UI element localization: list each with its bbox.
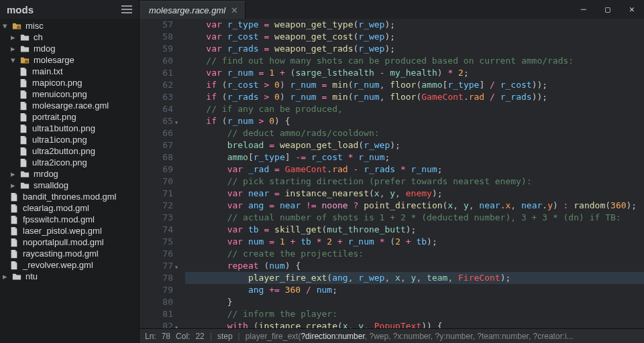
caret-icon: ▾ xyxy=(9,55,16,65)
tree-item-label: ultra2icon.png xyxy=(32,157,87,167)
status-col: 22 xyxy=(195,332,204,341)
status-bar: Ln: 78 Col: 22 | step | player_fire_ext(… xyxy=(140,328,644,343)
tree-item-ultra1button-png[interactable]: ultra1button.png xyxy=(0,123,139,134)
tree-item-raycasting-mod-gml[interactable]: raycasting.mod.gml xyxy=(0,248,139,259)
tree-item-label: portrait.png xyxy=(32,112,76,122)
caret-icon: ▸ xyxy=(9,32,16,42)
tree-item-label: clearlag.mod.gml xyxy=(23,203,89,213)
tab-bar: molesarge.race.gml ✕ ─ ▢ ✕ xyxy=(140,0,644,19)
tree-item-label: laser_pistol.wep.gml xyxy=(23,226,102,236)
status-hint: player_fire_ext(?direction:number, ?wep,… xyxy=(246,332,574,341)
tree-item--revolver-wep-gml[interactable]: _revolver.wep.gml xyxy=(0,259,139,271)
file-icon xyxy=(9,192,19,202)
tree-item-laser-pistol-wep-gml[interactable]: laser_pistol.wep.gml xyxy=(0,225,139,236)
file-icon xyxy=(9,238,19,247)
tree-item-label: ntu xyxy=(25,271,38,281)
tree-item-label: _revolver.wep.gml xyxy=(23,260,93,270)
file-icon xyxy=(19,67,28,76)
tree-item-label: ch xyxy=(34,32,43,42)
file-icon xyxy=(9,261,19,270)
status-col-label: Col: xyxy=(176,332,190,341)
tab-label: molesarge.race.gml xyxy=(149,5,225,15)
folder-icon xyxy=(12,21,21,31)
tree-item-label: ultra2button.png xyxy=(32,146,95,156)
tree-item-label: fpsswitch.mod.gml xyxy=(23,214,95,224)
file-icon xyxy=(9,204,19,213)
tree-item-label: mdog xyxy=(34,44,56,54)
caret-icon: ▸ xyxy=(9,180,16,190)
caret-icon: ▸ xyxy=(9,169,16,179)
tree-item-mdog[interactable]: ▸mdog xyxy=(0,43,139,54)
tree-item-ultra2icon-png[interactable]: ultra2icon.png xyxy=(0,157,139,168)
tree-item-molesarge[interactable]: ▾molesarge xyxy=(0,54,139,66)
folder-icon xyxy=(20,33,30,42)
folder-icon xyxy=(20,169,30,179)
tree-item-label: noportalpull.mod.gml xyxy=(23,237,104,247)
tree-item-bandit-thrones-mod-gml[interactable]: bandit_thrones.mod.gml xyxy=(0,191,139,202)
file-icon xyxy=(19,135,28,145)
tab-molesarge-race[interactable]: molesarge.race.gml ✕ xyxy=(140,1,246,19)
folder-icon xyxy=(12,272,21,281)
close-icon[interactable]: ✕ xyxy=(231,5,238,15)
svg-point-1 xyxy=(25,60,28,63)
tree-item-mrdog[interactable]: ▸mrdog xyxy=(0,168,139,180)
file-icon xyxy=(19,158,28,167)
close-button[interactable]: ✕ xyxy=(620,0,644,19)
tree-item-noportalpull-mod-gml[interactable]: noportalpull.mod.gml xyxy=(0,236,139,248)
caret-icon: ▸ xyxy=(9,44,16,54)
caret-icon: ▾ xyxy=(1,21,8,31)
file-tree[interactable]: ▾misc▸ch▸mdog▾molesargemain.txtmapicon.p… xyxy=(0,19,140,343)
tree-item-smalldog[interactable]: ▸smalldog xyxy=(0,180,139,191)
sidebar-title: mods xyxy=(7,4,34,15)
maximize-button[interactable]: ▢ xyxy=(596,0,620,19)
tree-item-label: ultra1button.png xyxy=(32,123,95,133)
tree-item-ultra1icon-png[interactable]: ultra1icon.png xyxy=(0,134,139,145)
menu-icon[interactable] xyxy=(121,5,132,13)
tree-item-ntu[interactable]: ▸ntu xyxy=(0,271,139,282)
file-icon xyxy=(19,90,28,99)
line-gutter: 575859606162636465▾666768697071727374757… xyxy=(140,19,180,328)
svg-point-0 xyxy=(17,25,20,29)
tree-item-label: menuicon.png xyxy=(32,89,87,99)
tree-item-ultra2button-png[interactable]: ultra2button.png xyxy=(0,145,139,157)
folder-icon xyxy=(20,44,30,54)
status-ln-label: Ln: xyxy=(145,332,156,341)
file-icon xyxy=(19,147,28,156)
tree-item-label: misc xyxy=(25,21,44,31)
tree-item-label: main.txt xyxy=(32,66,63,76)
sidebar-header: mods xyxy=(0,0,140,19)
folder-icon xyxy=(20,181,30,190)
tree-item-label: bandit_thrones.mod.gml xyxy=(23,192,116,202)
tree-item-label: mrdog xyxy=(34,169,58,179)
file-icon xyxy=(19,101,28,111)
tree-item-label: raycasting.mod.gml xyxy=(23,249,99,259)
file-icon xyxy=(19,78,28,88)
tree-item-label: smalldog xyxy=(34,180,68,190)
status-ln: 78 xyxy=(162,332,170,341)
tree-item-label: molesarge xyxy=(34,55,74,65)
tree-item-ch[interactable]: ▸ch xyxy=(0,31,139,43)
caret-icon: ▸ xyxy=(1,271,8,281)
tree-item-main-txt[interactable]: main.txt xyxy=(0,66,139,77)
minimize-button[interactable]: ─ xyxy=(572,0,596,19)
tree-item-fpsswitch-mod-gml[interactable]: fpsswitch.mod.gml xyxy=(0,214,139,225)
status-context: step xyxy=(217,332,233,341)
tree-item-misc[interactable]: ▾misc xyxy=(0,20,139,31)
tree-item-label: mapicon.png xyxy=(32,78,82,88)
tree-item-label: ultra1icon.png xyxy=(32,135,87,145)
tree-item-clearlag-mod-gml[interactable]: clearlag.mod.gml xyxy=(0,202,139,214)
file-icon xyxy=(19,124,28,133)
tree-item-menuicon-png[interactable]: menuicon.png xyxy=(0,88,139,100)
file-icon xyxy=(9,226,19,236)
tree-item-molesarge-race-gml[interactable]: molesarge.race.gml xyxy=(0,100,139,111)
tree-item-portrait-png[interactable]: portrait.png xyxy=(0,111,139,123)
file-icon xyxy=(19,113,28,122)
file-icon xyxy=(9,215,19,224)
folder-icon xyxy=(20,56,30,65)
tree-item-mapicon-png[interactable]: mapicon.png xyxy=(0,77,139,88)
tree-item-label: molesarge.race.gml xyxy=(32,100,109,111)
code-editor[interactable]: var r_type = weapon_get_type(r_wep); var… xyxy=(180,19,644,328)
file-icon xyxy=(9,249,19,259)
